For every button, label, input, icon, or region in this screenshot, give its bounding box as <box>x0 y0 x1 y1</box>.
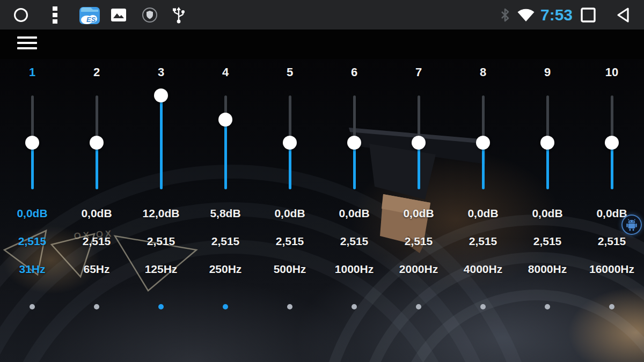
band-indicator-dot <box>480 304 486 309</box>
recent-apps-icon[interactable] <box>579 0 598 29</box>
es-file-explorer-icon[interactable]: ES <box>78 0 101 29</box>
band-q-value: 2,515 <box>188 235 263 248</box>
slider-fill[interactable] <box>611 143 613 190</box>
shield-icon[interactable] <box>141 0 159 29</box>
band-indicator-dot <box>545 304 550 309</box>
band-indicator-dot <box>416 304 421 309</box>
band-gain-value: 12,0dB <box>123 207 199 220</box>
eq-band-2: 20,0dB2,51565Hz <box>64 59 129 362</box>
band-gain-value: 0,0dB <box>510 207 585 220</box>
eq-band-10: 100,0dB2,51516000Hz <box>580 59 644 362</box>
overflow-menu-icon[interactable] <box>50 0 60 29</box>
slider-fill[interactable] <box>418 143 420 190</box>
band-frequency-label: 8000Hz <box>510 263 585 276</box>
slider-thumb[interactable] <box>218 113 232 127</box>
eq-band-8: 80,0dB2,5154000Hz <box>451 59 515 362</box>
band-indicator-dot <box>223 304 228 309</box>
band-q-value: 2,515 <box>510 235 585 248</box>
band-gain-value: 5,8dB <box>188 207 263 220</box>
band-indicator-dot <box>287 304 292 309</box>
slider-thumb[interactable] <box>154 88 168 102</box>
menu-icon[interactable] <box>17 36 37 51</box>
band-gain-value: 0,0dB <box>252 207 327 220</box>
band-indicator-dot <box>94 304 99 309</box>
band-q-value: 2,515 <box>317 235 392 248</box>
band-indicator-dot <box>609 304 614 309</box>
status-bar: ES <box>0 0 644 29</box>
band-frequency-label: 65Hz <box>59 263 134 276</box>
band-frequency-label: 2000Hz <box>381 263 456 276</box>
android-overlay-button[interactable] <box>621 215 642 235</box>
eq-band-9: 90,0dB2,5158000Hz <box>515 59 580 362</box>
clock: 7:53 <box>540 0 573 29</box>
equalizer-screen: ES <box>0 0 644 362</box>
band-frequency-label: 16000Hz <box>574 263 644 276</box>
wifi-icon <box>515 0 537 29</box>
slider-fill[interactable] <box>224 120 227 189</box>
slider-fill[interactable] <box>546 143 549 190</box>
slider-fill[interactable] <box>31 143 34 190</box>
band-q-value: 2,515 <box>252 235 327 248</box>
band-indicator-dot <box>158 304 164 309</box>
gallery-icon[interactable] <box>110 0 127 29</box>
band-indicator-dot <box>352 304 357 309</box>
slider-thumb[interactable] <box>90 136 104 150</box>
back-icon[interactable] <box>613 0 633 29</box>
band-frequency-label: 250Hz <box>188 263 263 276</box>
eq-band-5: 50,0dB2,515500Hz <box>258 59 322 362</box>
toolbar: Link Сбросить все EQ Bypass EQ Соединен <box>0 29 644 59</box>
slider-thumb[interactable] <box>347 136 361 150</box>
slider-thumb[interactable] <box>476 136 490 150</box>
band-gain-value: 0,0dB <box>317 207 392 220</box>
band-gain-value: 0,0dB <box>59 207 134 220</box>
eq-band-4: 45,8dB2,515250Hz <box>193 59 258 362</box>
eq-content: OX OX 10,0dB2,51531Hz20,0dB2,51565Hz312,… <box>0 59 644 362</box>
bluetooth-icon <box>498 0 512 29</box>
slider-thumb[interactable] <box>540 136 554 150</box>
usb-icon[interactable] <box>170 0 188 29</box>
eq-band-1: 10,0dB2,51531Hz <box>0 59 64 362</box>
band-q-value: 2,515 <box>381 235 456 248</box>
slider-fill[interactable] <box>160 95 163 189</box>
slider-fill[interactable] <box>482 143 485 190</box>
band-q-value: 2,515 <box>574 235 644 248</box>
slider-thumb[interactable] <box>25 136 39 150</box>
eq-band-columns: 10,0dB2,51531Hz20,0dB2,51565Hz312,0dB2,5… <box>0 59 644 362</box>
band-frequency-label: 1000Hz <box>317 263 392 276</box>
band-q-value: 2,515 <box>59 235 134 248</box>
eq-band-3: 312,0dB2,515125Hz <box>129 59 193 362</box>
slider-fill[interactable] <box>96 143 98 190</box>
slider-thumb[interactable] <box>412 136 426 150</box>
slider-thumb[interactable] <box>283 136 297 150</box>
slider-fill[interactable] <box>289 143 291 190</box>
band-indicator-dot <box>30 304 35 309</box>
slider-thumb[interactable] <box>605 136 619 150</box>
android-robot-icon <box>626 218 638 231</box>
band-gain-value: 0,0dB <box>445 207 521 220</box>
band-q-value: 2,515 <box>123 235 199 248</box>
band-frequency-label: 125Hz <box>123 263 199 276</box>
band-gain-value: 0,0dB <box>381 207 456 220</box>
svg-text:ES: ES <box>86 16 96 24</box>
eq-band-6: 60,0dB2,5151000Hz <box>322 59 386 362</box>
slider-fill[interactable] <box>353 143 356 190</box>
band-q-value: 2,515 <box>445 235 521 248</box>
home-circle-icon[interactable] <box>13 0 29 29</box>
eq-band-7: 70,0dB2,5152000Hz <box>386 59 451 362</box>
band-frequency-label: 4000Hz <box>445 263 521 276</box>
band-frequency-label: 500Hz <box>252 263 327 276</box>
